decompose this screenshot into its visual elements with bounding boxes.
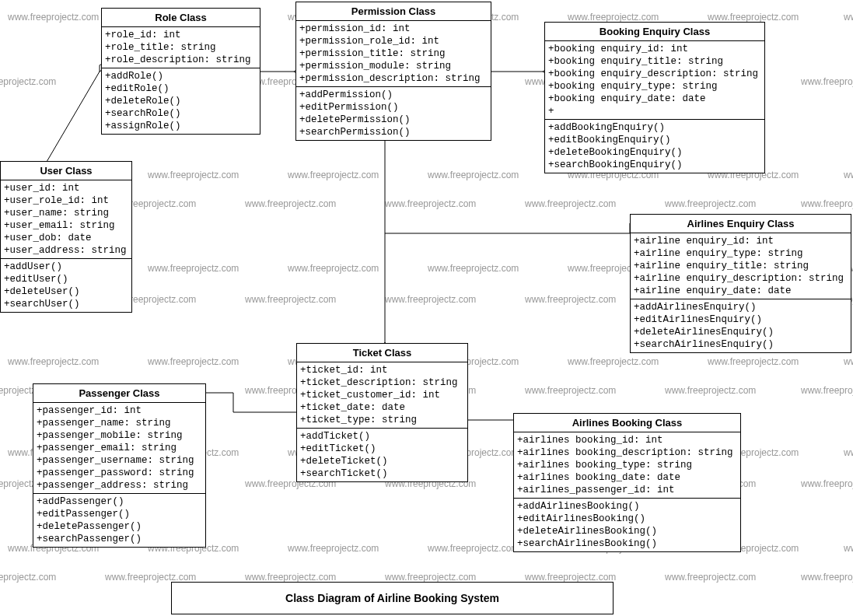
class-ops: +addPermission()+editPermission()+delete…	[296, 87, 491, 140]
class-title: Passenger Class	[33, 384, 205, 403]
class-ops: +addUser()+editUser()+deleteUser()+searc…	[1, 259, 131, 312]
class-attrs: +role_id: int+role_title: string+role_de…	[102, 27, 260, 68]
svg-line-0	[47, 72, 100, 162]
class-title: Ticket Class	[297, 344, 467, 362]
class-ticket: Ticket Class +ticket_id: int+ticket_desc…	[296, 343, 468, 482]
class-title: Permission Class	[296, 2, 491, 21]
class-attrs: +booking enquiry_id: int+booking enquiry…	[545, 41, 764, 120]
class-attrs: +passenger_id: int+passenger_name: strin…	[33, 403, 205, 494]
class-attrs: +ticket_id: int+ticket_description: stri…	[297, 362, 467, 429]
class-attrs: +permission_id: int+permission_role_id: …	[296, 21, 491, 87]
class-ops: +addBookingEnquiry()+editBookingEnquiry(…	[545, 120, 764, 173]
class-attrs: +airline enquiry_id: int+airline enquiry…	[631, 233, 851, 299]
class-title: User Class	[1, 162, 131, 180]
class-attrs: +airlines booking_id: int+airlines booki…	[514, 432, 740, 499]
class-ops: +addTicket()+editTicket()+deleteTicket()…	[297, 429, 467, 481]
class-user: User Class +user_id: int+user_role_id: i…	[0, 161, 132, 313]
class-ops: +addAirlinesBooking()+editAirlinesBookin…	[514, 499, 740, 551]
class-title: Airlines Booking Class	[514, 414, 740, 432]
class-passenger: Passenger Class +passenger_id: int+passe…	[33, 383, 206, 548]
class-ops: +addAirlinesEnquiry()+editAirlinesEnquir…	[631, 299, 851, 352]
class-ops: +addPassenger()+editPassenger()+deletePa…	[33, 494, 205, 547]
class-title: Airlines Enquiry Class	[631, 215, 851, 233]
diagram-caption: Class Diagram of Airline Booking System	[171, 582, 614, 614]
class-role: Role Class +role_id: int+role_title: str…	[101, 8, 260, 135]
class-title: Role Class	[102, 9, 260, 27]
class-airlines-booking: Airlines Booking Class +airlines booking…	[513, 413, 741, 552]
class-airlines-enquiry: Airlines Enquiry Class +airline enquiry_…	[630, 214, 851, 353]
class-booking-enquiry: Booking Enquiry Class +booking enquiry_i…	[544, 22, 765, 173]
class-title: Booking Enquiry Class	[545, 23, 764, 41]
class-attrs: +user_id: int+user_role_id: int+user_nam…	[1, 180, 131, 259]
class-ops: +addRole()+editRole()+deleteRole()+searc…	[102, 68, 260, 134]
class-permission: Permission Class +permission_id: int+per…	[295, 2, 491, 141]
